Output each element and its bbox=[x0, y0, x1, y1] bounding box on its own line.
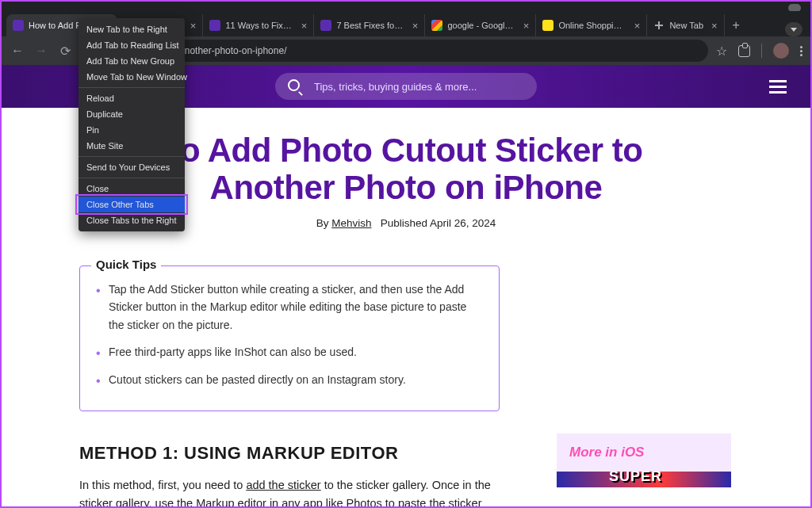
tab-title: Online Shopping Sit bbox=[558, 21, 626, 30]
menu-item-reload[interactable]: Reload bbox=[79, 90, 185, 106]
menu-separator bbox=[79, 87, 185, 88]
bookmark-star-icon[interactable] bbox=[716, 44, 727, 59]
window-title-bar bbox=[2, 2, 810, 11]
menu-item-move-tab-to-new-window[interactable]: Move Tab to New Window bbox=[79, 69, 185, 85]
tab-2[interactable]: 11 Ways to Fix Apple× bbox=[203, 14, 314, 36]
close-tab-icon[interactable]: × bbox=[711, 20, 718, 32]
menu-item-new-tab-to-the-right[interactable]: New Tab to the Right bbox=[79, 21, 185, 37]
tip-item: Cutout stickers can be pasted directly o… bbox=[96, 371, 483, 388]
menu-separator bbox=[79, 178, 185, 178]
method-text-1: In this method, first, you need to bbox=[79, 479, 246, 491]
menu-item-add-tab-to-new-group[interactable]: Add Tab to New Group bbox=[79, 53, 185, 69]
tip-item: Free third-party apps like InShot can al… bbox=[96, 343, 483, 361]
menu-item-send-to-your-devices[interactable]: Send to Your Devices bbox=[79, 159, 185, 175]
tab-title: 7 Best Fixes for Link bbox=[336, 21, 404, 30]
tab-title: google - Google Sea bbox=[447, 21, 515, 30]
nav-forward-button[interactable]: → bbox=[33, 44, 49, 58]
tab-4[interactable]: google - Google Sea× bbox=[425, 14, 536, 36]
favicon-icon bbox=[209, 20, 220, 31]
title-line-1: to Add Photo Cutout Sticker to bbox=[169, 132, 642, 169]
nav-back-button[interactable]: ← bbox=[10, 44, 25, 58]
quick-tips-list: Tap the Add Sticker button while creatin… bbox=[96, 281, 483, 388]
tab-6[interactable]: New Tab× bbox=[647, 14, 724, 36]
separator bbox=[761, 44, 762, 58]
title-line-2: Another Photo on iPhone bbox=[210, 169, 603, 206]
menu-item-mute-site[interactable]: Mute Site bbox=[79, 138, 185, 154]
menu-item-close-tabs-to-the-right[interactable]: Close Tabs to the Right bbox=[79, 212, 185, 228]
quick-tips-box: Quick Tips Tap the Add Sticker button wh… bbox=[79, 265, 500, 411]
menu-item-duplicate[interactable]: Duplicate bbox=[79, 106, 185, 122]
favicon-icon bbox=[542, 20, 553, 31]
favicon-icon bbox=[653, 20, 665, 31]
tab-title: 11 Ways to Fix Apple bbox=[225, 21, 293, 30]
nav-reload-button[interactable]: ⟳ bbox=[57, 44, 73, 59]
browser-menu-icon[interactable] bbox=[800, 46, 802, 56]
hamburger-menu-icon[interactable] bbox=[769, 80, 787, 94]
search-icon bbox=[288, 79, 304, 94]
profile-avatar[interactable] bbox=[773, 43, 789, 59]
menu-item-add-tab-to-reading-list[interactable]: Add Tab to Reading List bbox=[79, 37, 185, 53]
close-tab-icon[interactable]: × bbox=[523, 20, 530, 32]
close-tab-icon[interactable]: × bbox=[190, 20, 197, 32]
sidebar-thumbnail[interactable] bbox=[557, 472, 731, 487]
search-placeholder: Tips, tricks, buying guides & more... bbox=[314, 81, 477, 93]
site-search[interactable]: Tips, tricks, buying guides & more... bbox=[275, 73, 537, 100]
new-tab-button[interactable]: + bbox=[725, 14, 748, 36]
menu-item-close-other-tabs[interactable]: Close Other Tabs bbox=[79, 197, 185, 212]
add-sticker-link[interactable]: add the sticker bbox=[246, 479, 320, 491]
tab-context-menu: New Tab to the RightAdd Tab to Reading L… bbox=[79, 18, 185, 231]
method-paragraph: In this method, first, you need to add t… bbox=[79, 476, 492, 506]
pub-prefix: Published bbox=[381, 217, 430, 229]
tab-5[interactable]: Online Shopping Sit× bbox=[536, 14, 647, 36]
tab-title: New Tab bbox=[669, 21, 703, 30]
more-in-ios-heading: More in iOS bbox=[557, 434, 731, 472]
favicon-icon bbox=[13, 20, 24, 31]
menu-item-pin[interactable]: Pin bbox=[79, 122, 185, 138]
close-tab-icon[interactable]: × bbox=[301, 20, 308, 32]
close-tab-icon[interactable]: × bbox=[412, 20, 419, 32]
quick-tips-legend: Quick Tips bbox=[91, 258, 161, 271]
close-tab-icon[interactable]: × bbox=[634, 20, 641, 32]
menu-item-close[interactable]: Close bbox=[79, 181, 185, 197]
extensions-icon[interactable] bbox=[738, 45, 750, 57]
author-link[interactable]: Mehvish bbox=[331, 217, 371, 229]
favicon-icon bbox=[320, 20, 331, 31]
pub-date: April 26, 2024 bbox=[430, 217, 496, 229]
tab-overflow-button[interactable] bbox=[785, 22, 802, 36]
favicon-icon bbox=[431, 20, 442, 31]
menu-separator bbox=[79, 156, 185, 157]
tab-3[interactable]: 7 Best Fixes for Link× bbox=[314, 14, 425, 36]
sidebar-widget: More in iOS bbox=[557, 434, 731, 487]
by-prefix: By bbox=[316, 217, 332, 229]
tip-item: Tap the Add Sticker button while creatin… bbox=[96, 281, 483, 334]
address-bar-actions bbox=[716, 43, 802, 59]
